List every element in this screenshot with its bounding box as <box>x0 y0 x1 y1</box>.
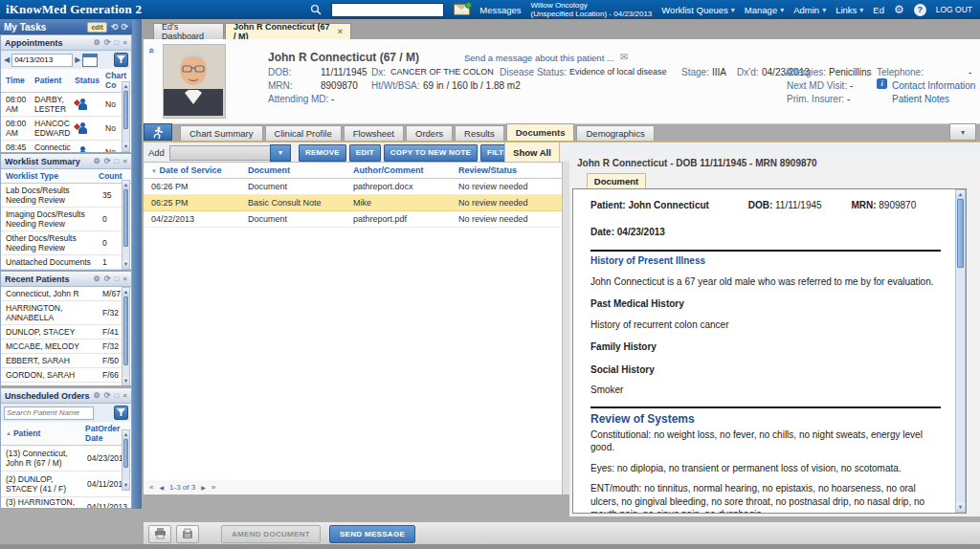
filter-icon[interactable] <box>114 406 128 420</box>
maximize-icon[interactable]: □ <box>114 157 119 166</box>
global-search-input[interactable] <box>331 3 444 17</box>
print-button[interactable] <box>148 525 171 543</box>
prev-page-icon[interactable]: ◀ <box>159 484 164 491</box>
amend-document-button[interactable]: AMEND DOCUMENT <box>221 525 321 543</box>
tab-documents[interactable]: Documents <box>506 123 575 141</box>
add-document-select[interactable] <box>169 145 270 161</box>
maximize-icon[interactable]: □ <box>114 274 119 284</box>
close-icon[interactable]: × <box>338 27 343 36</box>
next-page-icon[interactable]: ▶ <box>201 484 206 491</box>
worklist-panel-header[interactable]: Worklist Summary ⚙ ⟳ □ × <box>1 154 131 169</box>
menu-links[interactable]: Links ▾ <box>835 5 863 15</box>
recent-patients-panel-header[interactable]: Recent Patients ⚙ ⟳ □ × <box>1 272 131 287</box>
unscheduled-orders-panel-header[interactable]: Unscheduled Orders ⚙ ⟳ □ × <box>1 388 131 404</box>
scroll-down-icon[interactable]: ▼ <box>122 481 129 490</box>
worklist-scrollbar[interactable]: ▲ ▼ <box>122 180 130 270</box>
patient-search-input[interactable] <box>4 406 94 420</box>
unscheduled-order-row[interactable]: (13) Connecticut, John R (67 / M) 04/23/… <box>1 446 131 472</box>
first-page-icon[interactable]: « <box>149 483 153 492</box>
add-document-select-caret[interactable]: ▾ <box>270 144 291 162</box>
undo-icon[interactable]: ⟲ <box>111 22 119 32</box>
recent-patients-scrollbar[interactable]: ▲ ▼ <box>122 287 130 386</box>
refresh-icon[interactable]: ⟳ <box>121 22 128 32</box>
tab-quick-actions[interactable] <box>144 123 172 141</box>
worklist-row[interactable]: Other Docs/Results Needing Review 0 <box>1 231 131 255</box>
scroll-up-icon[interactable]: ▲ <box>122 82 129 91</box>
close-icon[interactable]: × <box>122 391 127 401</box>
filter-icon[interactable] <box>114 53 128 67</box>
settings-gear-icon[interactable]: ⚙ <box>894 4 904 15</box>
scroll-down-icon[interactable]: ▼ <box>956 503 965 512</box>
collapse-banner-icon[interactable]: « <box>146 48 158 54</box>
tab-overflow-button[interactable]: ▾ <box>949 123 976 141</box>
refresh-icon[interactable]: ⟳ <box>104 157 111 166</box>
prev-day-button[interactable]: ◀ <box>4 55 10 64</box>
appointment-date-input[interactable] <box>11 54 73 67</box>
scroll-up-icon[interactable]: ▲ <box>122 288 129 296</box>
send-message-button[interactable]: SEND MESSAGE <box>329 525 415 543</box>
tab-demographics[interactable]: Demographics <box>576 125 654 141</box>
tab-dashboard[interactable]: Ed's Dashboard <box>153 23 224 39</box>
copy-to-new-note-button[interactable]: COPY TO NEW NOTE <box>384 144 478 162</box>
unscheduled-order-row[interactable]: (2) DUNLOP, STACEY (41 / F) 04/11/2013 <box>1 472 131 497</box>
maximize-icon[interactable]: □ <box>114 38 119 48</box>
tab-chart-summary[interactable]: Chart Summary <box>180 125 263 141</box>
document-row-selected[interactable]: 06:25 PM Basic Consult Note Mike No revi… <box>144 195 562 211</box>
envelope-icon[interactable]: ✉ <box>620 52 628 62</box>
unscheduled-order-row[interactable]: (3) HARRINGTON, ANNABELLA (32 / F) 04/11… <box>1 497 131 509</box>
recent-patient-row[interactable]: HARRINGTON, ANNABELLA F/32 <box>1 301 131 325</box>
scroll-down-icon[interactable]: ▼ <box>122 260 129 269</box>
appointments-scrollbar[interactable]: ▲ ▼ <box>122 81 130 152</box>
scroll-down-icon[interactable]: ▼ <box>122 377 129 385</box>
send-message-link[interactable]: Send a message about this patient ... <box>464 53 614 63</box>
worklist-row[interactable]: Lab Docs/Results Needing Review 35 <box>1 184 131 208</box>
close-icon[interactable]: × <box>122 157 127 166</box>
edit-badge[interactable]: edit <box>87 22 106 33</box>
practice-location[interactable]: Willow Oncology (Unspecified Location) -… <box>531 1 653 18</box>
refresh-icon[interactable]: ⟳ <box>104 38 111 48</box>
sidebar-splitter[interactable] <box>132 19 142 509</box>
panel-settings-icon[interactable]: ⚙ <box>94 38 100 48</box>
tab-orders[interactable]: Orders <box>406 125 453 141</box>
tab-patient-chart[interactable]: John R Connecticut (67 / M) × <box>225 23 351 39</box>
recent-patient-row[interactable]: zzPatient, Test F/48 <box>1 383 131 386</box>
remove-button[interactable]: REMOVE <box>299 144 346 162</box>
last-page-icon[interactable]: » <box>212 483 215 492</box>
appointment-row[interactable]: 08:00 AM DARBY, LESTER No <box>1 93 131 117</box>
tab-document[interactable]: Document <box>587 173 646 188</box>
menu-worklist-queues[interactable]: Worklist Queues ▾ <box>661 5 735 15</box>
edit-button[interactable]: EDIT <box>349 144 381 162</box>
recent-patient-row[interactable]: GORDON, SARAH F/66 <box>1 368 131 383</box>
messages-link[interactable]: Messages <box>479 5 521 15</box>
recent-patient-row[interactable]: MCCABE, MELODY F/32 <box>1 340 131 354</box>
recent-patient-row[interactable]: EBBERT, SARAH F/50 <box>1 354 131 368</box>
menu-admin[interactable]: Admin ▾ <box>793 5 826 15</box>
panel-settings-icon[interactable]: ⚙ <box>94 157 100 166</box>
appointment-row[interactable]: 08:00 AM HANCOC EDWARD No <box>1 117 131 141</box>
tab-flowsheet[interactable]: Flowsheet <box>344 125 404 141</box>
scroll-up-icon[interactable]: ▲ <box>956 190 965 199</box>
refresh-icon[interactable]: ⟳ <box>104 391 111 401</box>
contact-information-link[interactable]: Contact Information <box>892 80 975 91</box>
worklist-row[interactable]: Unattached Documents 1 <box>1 255 131 270</box>
next-day-button[interactable]: ▶ <box>75 55 80 64</box>
document-row[interactable]: 06:26 PM Document pathreport.docx No rev… <box>144 179 562 195</box>
unscheduled-scrollbar[interactable]: ▲ ▼ <box>122 429 130 491</box>
maximize-icon[interactable]: □ <box>114 391 119 401</box>
current-user[interactable]: Ed <box>873 5 884 15</box>
close-icon[interactable]: × <box>122 274 127 284</box>
tab-results[interactable]: Results <box>455 125 504 141</box>
logout-button[interactable]: LOG OUT <box>936 5 972 14</box>
menu-manage[interactable]: Manage ▾ <box>745 5 784 15</box>
close-icon[interactable]: × <box>122 38 127 48</box>
my-tasks-header[interactable]: My Tasks edit ⟲ ⟳ <box>0 19 132 34</box>
calendar-icon[interactable] <box>82 54 98 67</box>
recent-patient-row[interactable]: DUNLOP, STACEY F/41 <box>1 325 131 340</box>
scroll-up-icon[interactable]: ▲ <box>122 430 129 439</box>
scroll-down-icon[interactable]: ▼ <box>122 143 129 151</box>
appointment-row[interactable]: 08:45 AM Connectic John No <box>1 141 131 153</box>
recent-patient-row[interactable]: Connecticut, John R M/67 <box>1 287 131 301</box>
document-row[interactable]: 04/22/2013 Document pathreport.pdf No re… <box>144 211 562 228</box>
patient-notes-link[interactable]: Patient Notes <box>892 94 949 104</box>
help-icon[interactable]: ? <box>914 4 926 16</box>
